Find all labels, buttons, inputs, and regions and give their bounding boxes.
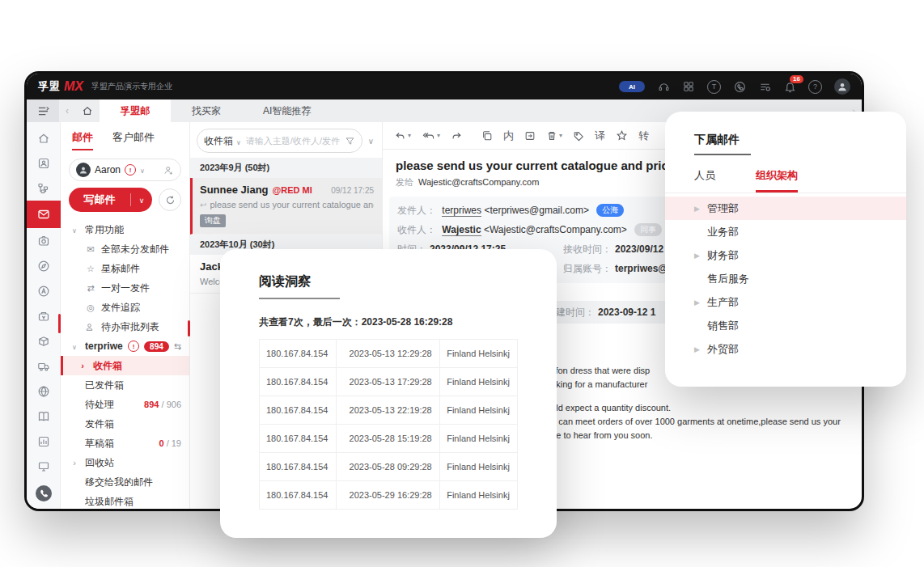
chevron-down-icon	[69, 225, 80, 235]
folder-trash-station[interactable]: › 回收站	[69, 453, 181, 472]
search-bar[interactable]: 收件箱	[197, 129, 362, 153]
expand-arrow-icon[interactable]	[694, 205, 707, 213]
reply-all-button[interactable]	[422, 130, 440, 142]
headset-icon[interactable]	[657, 80, 670, 93]
rail-assistant-icon[interactable]	[27, 278, 61, 303]
ip-cell: 180.167.84.154	[260, 425, 337, 453]
tab-customer-mail[interactable]: 客户邮件	[112, 130, 155, 150]
ai-assistant-icon[interactable]: AI	[619, 81, 645, 92]
folder-drafts[interactable]: 草稿箱 0 / 19	[69, 434, 181, 453]
folder-transferred[interactable]: 移交给我的邮件	[69, 472, 181, 492]
add-user-icon[interactable]	[163, 165, 174, 176]
expand-arrow-icon[interactable]	[694, 298, 707, 307]
tab-fumeng-mail[interactable]: 孚盟邮	[100, 99, 171, 122]
filter-funnel-icon[interactable]	[345, 136, 355, 146]
recipient-name[interactable]: Wajestic	[442, 224, 481, 236]
expand-arrow-icon[interactable]	[694, 345, 707, 353]
location-cell: Finland Helsinkj	[440, 340, 518, 368]
tab-ai-recommend[interactable]: AI智能推荐	[242, 99, 332, 122]
dept-production[interactable]: 生产部	[665, 290, 906, 314]
folder-scroll-indicator[interactable]	[188, 320, 190, 336]
rail-logistics-icon[interactable]	[27, 353, 61, 379]
folder-one-to-one[interactable]: ⇄ 一对一发件	[69, 278, 181, 298]
email-sender: Sunnee Jiang	[200, 184, 269, 196]
sidebar-toggle-icon[interactable]	[27, 99, 59, 122]
forward-button[interactable]	[451, 130, 463, 142]
folder-pending[interactable]: 待处理 894 / 906	[69, 395, 181, 414]
compose-label[interactable]: 写邮件	[69, 193, 130, 207]
compose-dropdown-icon[interactable]	[131, 194, 152, 205]
tab-find-buyers[interactable]: 找买家	[171, 99, 242, 122]
rail-contacts-icon[interactable]	[27, 150, 61, 176]
bell-icon[interactable]: 16	[783, 80, 796, 93]
chevron-down-icon	[140, 164, 145, 176]
tab-personnel[interactable]: 人员	[694, 168, 715, 193]
target-icon: ◎	[85, 303, 96, 313]
tab-mail[interactable]: 邮件	[72, 130, 93, 150]
folder-filter-select[interactable]: 收件箱	[204, 134, 233, 148]
user-avatar[interactable]	[834, 78, 850, 95]
folder-group-common[interactable]: 常用功能	[69, 220, 181, 239]
email-preview: please send us your current catalogue an…	[210, 200, 374, 209]
dept-finance[interactable]: 财务部	[665, 243, 906, 267]
translate-button[interactable]: 译	[595, 129, 605, 143]
transfer-button[interactable]: 转	[638, 129, 649, 143]
star-button[interactable]	[616, 129, 628, 142]
rail-scroll-indicator[interactable]	[58, 314, 61, 333]
rail-documents-icon[interactable]	[27, 404, 61, 429]
rail-global-trade-icon[interactable]	[27, 379, 61, 404]
card-title: 下属邮件	[694, 133, 906, 147]
folder-spam[interactable]: 垃圾邮件箱	[69, 492, 181, 511]
rail-products-icon[interactable]	[27, 328, 61, 353]
collapse-list-icon[interactable]: ∨	[367, 137, 375, 146]
folder-undistributed[interactable]: ✉ 全部未分发邮件	[69, 239, 181, 259]
email-company-tag: @RED MI	[273, 185, 312, 195]
email-list-item[interactable]: Sunnee Jiang @RED MI 09/12 17:25 please …	[190, 178, 382, 235]
folder-starred[interactable]: ☆ 星标邮件	[69, 259, 181, 278]
search-input[interactable]	[244, 135, 341, 146]
home-icon[interactable]	[75, 105, 100, 116]
from-name[interactable]: terpriwes	[442, 205, 481, 217]
account-selector[interactable]: Aaron !	[69, 159, 181, 181]
compose-button[interactable]: 写邮件	[69, 188, 152, 212]
folder-approval-list[interactable]: 待办审批列表	[69, 317, 181, 336]
refresh-button[interactable]	[159, 188, 181, 211]
phone-icon[interactable]	[733, 80, 746, 93]
sync-icon[interactable]: ⇆	[174, 341, 181, 352]
tag-button[interactable]	[573, 130, 584, 142]
folder-send-tracking[interactable]: ◎ 发件追踪	[69, 298, 181, 317]
folder-sent[interactable]: 已发件箱	[69, 375, 181, 395]
delete-button[interactable]	[546, 130, 562, 142]
apps-grid-icon[interactable]	[682, 80, 695, 93]
expand-arrow-icon[interactable]	[694, 252, 707, 260]
help-icon[interactable]: ?	[808, 80, 822, 94]
rail-finance-icon[interactable]	[27, 303, 61, 328]
brand-logo: 孚盟	[38, 79, 61, 94]
tab-org-structure[interactable]: 组织架构	[756, 168, 798, 193]
nav-back-icon[interactable]: ‹	[59, 105, 75, 116]
copy-button[interactable]	[481, 130, 493, 142]
rail-discover-icon[interactable]	[27, 253, 61, 278]
dept-foreign-trade[interactable]: 外贸部	[665, 337, 906, 361]
rail-statistics-icon[interactable]	[27, 429, 61, 454]
dept-sales[interactable]: 销售部	[665, 314, 906, 337]
dept-after-sales[interactable]: 售后服务	[665, 267, 906, 290]
task-list-icon[interactable]	[758, 80, 771, 93]
rail-contact-phone-icon[interactable]	[27, 480, 61, 506]
folder-group-account[interactable]: terpriwes@gm ! 894 ⇆	[69, 336, 181, 356]
rail-mail-icon[interactable]	[27, 201, 61, 228]
rail-workstation-icon[interactable]	[27, 454, 61, 479]
dept-management[interactable]: 管理部	[665, 197, 906, 220]
reply-button[interactable]	[394, 130, 411, 142]
folder-outbox[interactable]: 发件箱	[69, 414, 181, 434]
rail-home-icon[interactable]	[27, 125, 61, 150]
body-line: ope to hear from you soon.	[546, 429, 857, 442]
move-to-button[interactable]	[524, 130, 536, 142]
internal-mail-button[interactable]: 内	[503, 129, 514, 143]
rail-org-structure-icon[interactable]	[27, 176, 61, 201]
rail-workbench-icon[interactable]	[27, 228, 61, 253]
dept-business[interactable]: 业务部	[665, 220, 906, 243]
theme-icon[interactable]: T	[707, 80, 721, 94]
folder-inbox[interactable]: 收件箱	[61, 356, 189, 375]
body-line: ou can meet orders of over 1000 garments…	[546, 415, 857, 429]
